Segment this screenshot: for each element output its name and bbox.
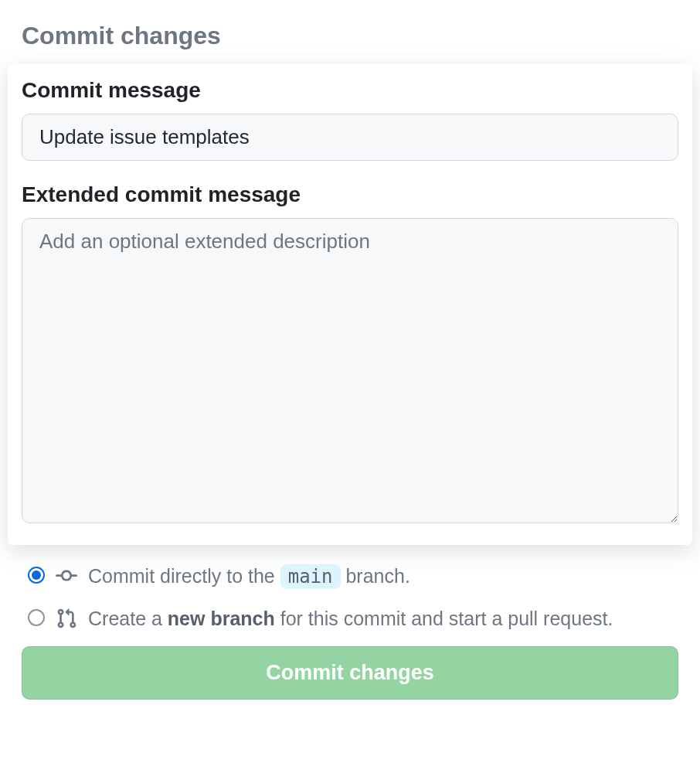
radio-direct-suffix: branch. (345, 565, 409, 587)
extended-message-field: Extended commit message (22, 182, 678, 526)
page-title: Commit changes (22, 22, 678, 50)
commit-message-field: Commit message (22, 78, 678, 161)
radio-direct-prefix: Commit directly to the (88, 565, 275, 587)
branch-badge: main (280, 564, 341, 589)
radio-circle-icon (28, 609, 45, 626)
extended-message-textarea[interactable] (22, 218, 678, 523)
commit-card: Commit message Extended commit message (8, 64, 692, 545)
commit-message-input[interactable] (22, 114, 678, 161)
radio-commit-direct[interactable]: Commit directly to the main branch. (28, 562, 672, 591)
radio-newbranch-bold: new branch (168, 608, 275, 629)
commit-changes-button[interactable]: Commit changes (22, 646, 678, 700)
branch-radio-group: Commit directly to the main branch. Crea… (22, 562, 678, 632)
radio-newbranch-suffix: for this commit and start a pull request… (280, 608, 613, 629)
radio-newbranch-text: Create a new branch for this commit and … (88, 604, 672, 632)
git-commit-icon (56, 565, 77, 587)
radio-direct-text: Commit directly to the main branch. (88, 562, 672, 591)
git-pull-request-icon (56, 608, 77, 629)
extended-message-label: Extended commit message (22, 182, 678, 207)
radio-newbranch-prefix: Create a (88, 608, 162, 629)
radio-circle-icon (28, 567, 45, 584)
commit-message-label: Commit message (22, 78, 678, 103)
radio-new-branch[interactable]: Create a new branch for this commit and … (28, 604, 672, 632)
